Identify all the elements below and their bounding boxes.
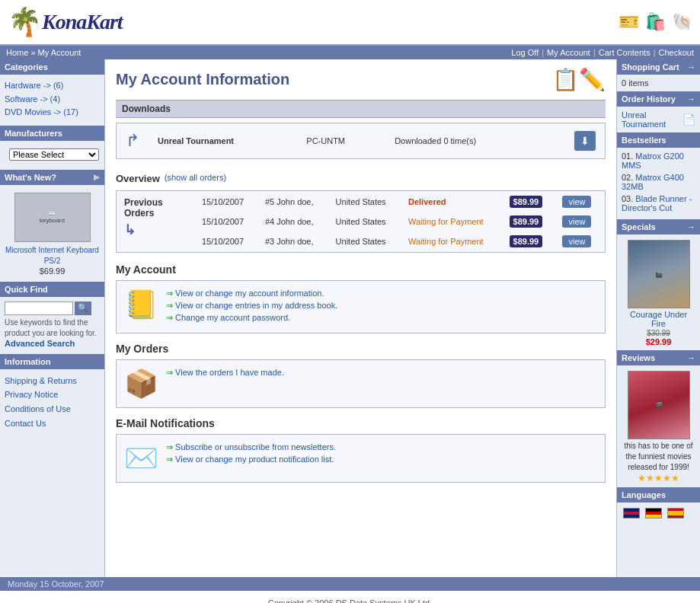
view-order-2-button[interactable]: view (562, 215, 591, 228)
order-country-3: United States (330, 232, 401, 250)
main-content: My Account Information 📋✏️ Downloads ↱ U… (105, 59, 616, 577)
logo: 🌴 KonaKart (8, 6, 123, 38)
view-order-1-button[interactable]: view (562, 196, 591, 208)
languages-section: Languages (617, 487, 700, 524)
contact-link[interactable]: Contact Us (5, 416, 100, 431)
page-title: My Account Information 📋✏️ (116, 67, 606, 92)
my-orders-section: 📦 View the orders I have made. (116, 359, 606, 408)
categories-content: Hardware -> (6) Software -> (4) DVD Movi… (0, 76, 104, 123)
downloads-header: Downloads (116, 100, 606, 118)
bestseller-1: 01. Matrox G200 MMS (622, 152, 695, 170)
order-status-2: Waiting for Payment (402, 212, 502, 231)
download-button[interactable]: ⬇ (574, 131, 596, 151)
special-product-name[interactable]: Courage Under Fire (622, 310, 695, 328)
flag-uk[interactable] (623, 508, 640, 518)
order-history-arrow: → (687, 94, 695, 104)
bestsellers-list: 01. Matrox G200 MMS 02. Matrox G400 32MB… (622, 152, 695, 212)
manufacturers-title: Manufacturers (0, 126, 104, 141)
view-orders-link[interactable]: View the orders I have made. (175, 368, 284, 377)
specials-title: Specials → (617, 219, 700, 234)
view-account-info-link[interactable]: View or change my account information. (175, 289, 324, 298)
bestsellers-title: Bestsellers (617, 132, 700, 148)
right-sidebar: Shopping Cart → 0 items Order History → … (616, 59, 700, 577)
shopping-cart-arrow: → (687, 62, 695, 72)
bestseller-2: 02. Matrox G400 32MB (622, 173, 695, 191)
logo-palm-icon: 🌴 (8, 6, 42, 38)
privacy-notice-link[interactable]: Privacy Notice (5, 388, 100, 402)
whats-new-arrow: ▶ (94, 173, 100, 182)
order-history-content: Unreal Tournament 📄 (617, 107, 700, 132)
download-times: Downloaded 0 time(s) (387, 125, 543, 157)
search-input[interactable] (5, 302, 73, 315)
manufacturers-select[interactable]: Please Select (9, 148, 99, 161)
search-button[interactable]: 🔍 (75, 302, 91, 315)
nav-account[interactable]: My Account (547, 48, 590, 57)
shipping-returns-link[interactable]: Shipping & Returns (5, 374, 100, 388)
quick-find-title: Quick Find (0, 282, 104, 297)
quick-find-row: 🔍 (5, 302, 100, 315)
categories-section: Categories Hardware -> (6) Software -> (… (0, 59, 104, 123)
order-date-1: 15/10/2007 (196, 193, 257, 211)
product-name[interactable]: Microsoft Internet Keyboard PS/2 (5, 245, 100, 266)
email-links: Subscribe or unsubscribe from newsletter… (166, 442, 336, 467)
orders-label: Previous Orders ↳ (118, 193, 194, 250)
order-price-2: $89.99 (503, 212, 555, 231)
change-password-link[interactable]: Change my account password. (175, 313, 290, 322)
breadcrumb: Home » My Account (6, 48, 81, 57)
product-notification-link[interactable]: View or change my product notification l… (175, 455, 334, 464)
quick-find-section: Quick Find 🔍 Use keywords to find the pr… (0, 282, 104, 351)
shopping-cart-section: Shopping Cart → 0 items (617, 59, 700, 91)
shopping-cart-title: Shopping Cart → (617, 59, 700, 75)
conditions-link[interactable]: Conditions of Use (5, 402, 100, 416)
downloads-table: ↱ Unreal Tournament PC-UNTM Downloaded 0… (116, 123, 606, 159)
navbar: Home » My Account Log Off | My Account |… (0, 46, 700, 59)
order-history-product[interactable]: Unreal Tournament (622, 110, 679, 129)
subscribe-newsletters-link[interactable]: Subscribe or unsubscribe from newsletter… (175, 442, 336, 451)
order-status-1: Delivered (402, 193, 502, 211)
gift-icon[interactable]: 🛍️ (645, 12, 666, 32)
order-history-title: Order History → (617, 91, 700, 107)
category-hardware[interactable]: Hardware -> (6) (5, 79, 100, 93)
email-link-1: Subscribe or unsubscribe from newsletter… (166, 442, 336, 452)
flag-de[interactable] (645, 508, 662, 518)
download-arrow-cell: ↱ (118, 125, 149, 157)
special-prices: $30.99 $29.99 (622, 328, 695, 346)
advanced-search-link[interactable]: Advanced Search (5, 339, 75, 348)
flag-es[interactable] (667, 508, 684, 518)
copyright-text: Copyright © 2006 DS Data Systems UK Ltd. (8, 598, 692, 603)
whats-new-content: ⌨️keyboard Microsoft Internet Keyboard P… (0, 187, 104, 279)
languages-title: Languages (617, 487, 700, 502)
specials-content: 🎬 Courage Under Fire $30.99 $29.99 (617, 234, 700, 350)
account-link-3: Change my account password. (166, 313, 337, 323)
view-order-3-button[interactable]: view (562, 235, 591, 247)
product-image: ⌨️keyboard (14, 193, 91, 242)
nav-cart[interactable]: Cart Contents (599, 48, 650, 57)
order-id-1: #5 John doe, (259, 193, 328, 211)
specials-product-image[interactable]: 🎬 (628, 240, 690, 308)
account-icon[interactable]: 🐚 (672, 12, 692, 32)
overview-title: Overview (116, 173, 160, 184)
show-all-orders-link[interactable]: (show all orders) (165, 173, 226, 182)
cart-item-count: 0 items (622, 78, 648, 88)
nav-checkout[interactable]: Checkout (659, 48, 694, 57)
orders-link-1: View the orders I have made. (166, 368, 284, 378)
nav-logoff[interactable]: Log Off (511, 48, 539, 57)
header-icons: 🎫 🛍️ 🐚 (618, 12, 692, 32)
shopping-cart-content: 0 items (617, 75, 700, 91)
cart-icon[interactable]: 🎫 (618, 12, 639, 32)
category-dvd[interactable]: DVD Movies -> (17) (5, 106, 100, 120)
account-links: View or change my account information. V… (166, 289, 337, 325)
quick-find-content: 🔍 Use keywords to find the product you a… (0, 298, 104, 351)
review-product-image[interactable]: 🎬 (628, 371, 690, 439)
information-section: Information Shipping & Returns Privacy N… (0, 354, 104, 434)
email-section: ✉️ Subscribe or unsubscribe from newslet… (116, 434, 606, 483)
bestseller-3: 03. Blade Runner - Director's Cut (622, 194, 695, 212)
product-price: $69.99 (5, 266, 100, 276)
languages-content (617, 502, 700, 524)
order-status-3: Waiting for Payment (402, 232, 502, 250)
view-address-book-link[interactable]: View or change entries in my address boo… (175, 301, 337, 310)
logo-text: KonaKart (42, 10, 123, 34)
order-history-row: Unreal Tournament 📄 (622, 110, 695, 129)
order-date-3: 15/10/2007 (196, 232, 257, 250)
category-software[interactable]: Software -> (4) (5, 93, 100, 107)
